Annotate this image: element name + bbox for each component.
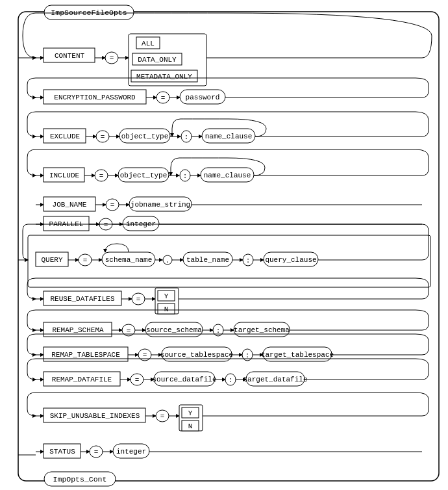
data-only-label: DATA_ONLY [138, 56, 177, 64]
colon5-label: : [245, 352, 250, 359]
status-label: STATUS [49, 448, 75, 456]
colon1-label: : [184, 133, 189, 141]
name-clause1-label: name_clause [205, 133, 253, 140]
name-clause2-label: name_clause [204, 172, 251, 179]
query-label: QUERY [41, 256, 62, 264]
integer2-label: integer [116, 448, 146, 456]
main-label-bottom: ImpOpts_Cont [53, 475, 107, 484]
colon2-label: : [183, 172, 188, 180]
y2-label: Y [188, 409, 193, 417]
eq6-label: = [104, 221, 108, 229]
object-type2-label: object_type [120, 172, 168, 179]
n2-label: N [188, 422, 193, 430]
eq4-label: = [99, 172, 104, 180]
eq12-label: = [160, 413, 165, 420]
metadata-only-label: METADATA_ONLY [136, 73, 192, 81]
colon6-label: : [229, 376, 233, 384]
dot1-label: . [166, 257, 170, 264]
eq3-label: = [101, 133, 105, 141]
remap-datafile-label: REMAP_DATAFILE [52, 376, 112, 383]
eq7-label: = [83, 257, 88, 264]
diagram-container: ImpSourceFileOpts ImpOpts_Cont CONTENT =… [0, 0, 448, 490]
all-label: ALL [142, 40, 155, 47]
eq2-label: = [161, 94, 166, 102]
skip-unusable-indexes-label: SKIP_UNUSABLE_INDEXES [50, 412, 140, 420]
table-name-label: table_name [186, 256, 229, 264]
eq13-label: = [94, 448, 99, 456]
source-tablespace-label: source_tablespace [160, 351, 233, 359]
reuse-datafiles-label: REUSE_DATAFILES [50, 295, 114, 303]
y1-label: Y [164, 292, 169, 300]
source-schema-label: source_schema [146, 326, 202, 334]
exclude-label: EXCLUDE [50, 133, 81, 140]
eq9-label: = [127, 327, 131, 335]
eq10-label: = [143, 352, 147, 359]
colon3-label: : [246, 257, 251, 264]
job-name-label: JOB_NAME [53, 201, 87, 209]
colon4-label: : [216, 327, 221, 335]
target-schema-label: target_schema [234, 326, 290, 334]
eq8-label: = [136, 296, 141, 303]
include-label: INCLUDE [49, 172, 80, 179]
target-datafile-label: target_datafile [243, 376, 307, 383]
remap-schema-label: REMAP_SCHEMA [52, 326, 104, 334]
source-datafile-label: source_datafile [152, 376, 216, 383]
remap-tablespace-label: REMAP_TABLESPACE [51, 351, 120, 359]
content-label: CONTENT [55, 52, 85, 60]
eq5-label: = [110, 201, 115, 209]
password-label: password [186, 94, 220, 101]
object-type1-label: object_type [121, 133, 169, 140]
n1-label: N [164, 305, 169, 313]
target-tablespace-label: target_tablespace [261, 351, 334, 359]
eq1-label: = [110, 55, 114, 62]
jobname-string-label: jobname_string [131, 201, 190, 209]
encryption-password-label: ENCRYPTION_PASSWORD [54, 94, 136, 101]
query-clause-label: query_clause [265, 256, 316, 264]
eq11-label: = [135, 376, 140, 384]
schema-name-label: schema_name [105, 256, 153, 264]
